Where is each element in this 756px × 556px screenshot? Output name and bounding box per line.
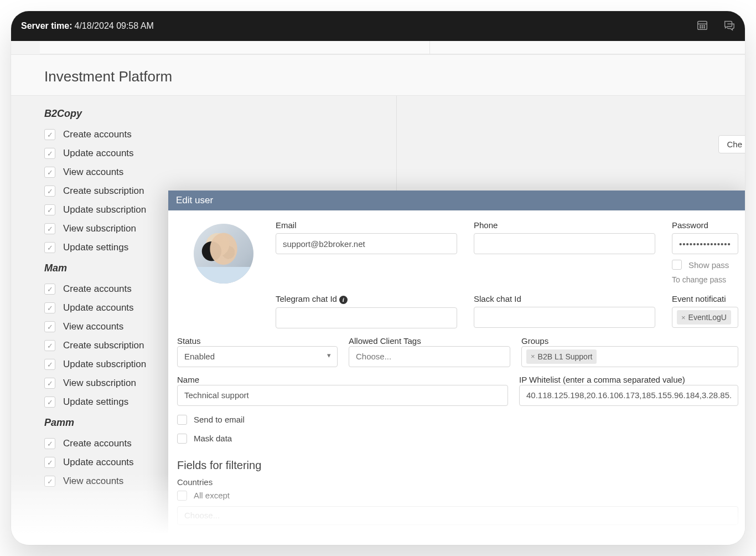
phone-field[interactable]: [474, 233, 655, 254]
checkbox[interactable]: ✓: [44, 302, 55, 313]
perm-label: Create subscription: [63, 340, 144, 351]
remove-icon[interactable]: ×: [681, 313, 686, 322]
perm-label: Create subscription: [63, 186, 144, 197]
countries-select[interactable]: Choose...: [177, 506, 738, 525]
event-label: Event notificati: [672, 294, 738, 303]
edit-user-modal: Edit user Email Phone Password: [168, 191, 745, 545]
checkbox[interactable]: ✓: [44, 167, 55, 178]
perm-label: Update subscription: [63, 359, 146, 370]
mask-data-label: Mask data: [194, 434, 232, 443]
svg-point-5: [700, 27, 701, 28]
perm-label: Create accounts: [63, 284, 132, 295]
perm-label: View subscription: [63, 223, 136, 234]
telegram-label: Telegram chat Idi: [276, 294, 457, 304]
avatar[interactable]: [194, 224, 253, 284]
ip-label: IP Whitelist (enter a comma separated va…: [519, 375, 685, 384]
event-pill[interactable]: ×EventLogU: [677, 310, 731, 325]
svg-point-7: [704, 27, 705, 28]
ip-whitelist-field[interactable]: [519, 385, 738, 406]
perm-label: View accounts: [63, 321, 123, 332]
checkbox[interactable]: ✓: [44, 378, 55, 389]
svg-point-4: [704, 25, 705, 26]
show-password-label: Show pass: [688, 260, 729, 270]
modal-title: Edit user: [168, 191, 745, 210]
perm-label: View subscription: [63, 378, 136, 389]
perm-label: Create accounts: [63, 129, 132, 140]
perm-label: Update accounts: [63, 302, 134, 313]
password-label: Password: [672, 220, 738, 230]
phone-label: Phone: [474, 220, 655, 230]
password-field[interactable]: [672, 233, 738, 254]
checkbox[interactable]: ✓: [44, 438, 55, 449]
send-email-checkbox[interactable]: [177, 415, 187, 425]
checkbox[interactable]: ✓: [44, 204, 55, 215]
perm-label: Update accounts: [63, 457, 134, 468]
header-bar: Server time: 4/18/2024 09:58 AM: [11, 11, 745, 41]
telegram-field[interactable]: [276, 307, 457, 328]
server-time-value: 4/18/2024 09:58 AM: [75, 21, 154, 31]
slack-label: Slack chat Id: [474, 294, 655, 303]
name-label: Name: [177, 375, 199, 384]
calendar-icon[interactable]: [696, 19, 708, 33]
groups-field[interactable]: ×B2B L1 Support: [521, 346, 738, 367]
tags-field[interactable]: [349, 346, 510, 367]
tags-label: Allowed Client Tags: [349, 336, 421, 346]
checkbox[interactable]: ✓: [44, 242, 55, 253]
perm-label: Update settings: [63, 242, 128, 253]
perm-group-b2copy: B2Copy: [44, 108, 745, 120]
groups-label: Groups: [521, 336, 548, 346]
event-notif-field[interactable]: ×EventLogU: [672, 307, 738, 328]
checkbox[interactable]: ✓: [44, 129, 55, 140]
countries-label: Countries: [177, 477, 213, 487]
info-icon[interactable]: i: [339, 296, 348, 304]
status-label: Status: [177, 336, 201, 346]
filtering-heading: Fields for filtering: [168, 444, 745, 475]
perm-label: View accounts: [63, 167, 123, 178]
all-except-checkbox[interactable]: [177, 491, 187, 501]
slack-field[interactable]: [474, 307, 655, 328]
svg-point-3: [702, 25, 702, 26]
name-field[interactable]: [177, 385, 508, 406]
checkbox[interactable]: ✓: [44, 340, 55, 351]
checkbox[interactable]: ✓: [44, 359, 55, 370]
show-password-checkbox[interactable]: [672, 260, 682, 270]
remove-icon[interactable]: ×: [531, 352, 535, 361]
checkbox[interactable]: ✓: [44, 476, 55, 487]
checkbox[interactable]: ✓: [44, 186, 55, 197]
svg-point-6: [702, 27, 702, 28]
checkbox[interactable]: ✓: [44, 321, 55, 332]
perm-label: Update settings: [63, 397, 128, 408]
perm-label: Create accounts: [63, 438, 132, 449]
send-email-label: Send to email: [194, 415, 245, 424]
checkbox[interactable]: ✓: [44, 397, 55, 408]
svg-point-2: [700, 25, 701, 26]
perm-label: Update subscription: [63, 204, 146, 215]
check-button[interactable]: Che: [718, 135, 745, 153]
perm-label: View accounts: [63, 476, 123, 487]
checkbox[interactable]: ✓: [44, 284, 55, 295]
email-field[interactable]: [276, 233, 457, 254]
group-pill[interactable]: ×B2B L1 Support: [526, 349, 597, 364]
checkbox[interactable]: ✓: [44, 148, 55, 159]
checkbox[interactable]: ✓: [44, 457, 55, 468]
checkbox[interactable]: ✓: [44, 223, 55, 234]
all-except-label: All except: [194, 491, 230, 500]
mask-data-checkbox[interactable]: [177, 434, 187, 444]
email-label: Email: [276, 220, 457, 230]
status-select[interactable]: Enabled: [177, 346, 338, 367]
change-password-hint: To change pass: [672, 275, 738, 284]
perm-label: Update accounts: [63, 148, 134, 159]
server-time-label: Server time:: [21, 21, 73, 31]
page-title: Investment Platform: [11, 54, 745, 95]
chat-icon[interactable]: [723, 19, 735, 33]
